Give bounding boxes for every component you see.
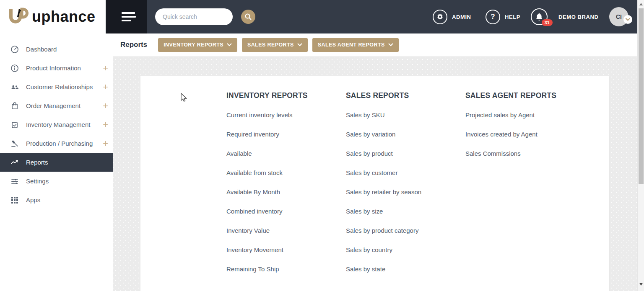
people-icon (10, 83, 19, 91)
report-link[interactable]: Available (226, 150, 340, 157)
report-link[interactable]: Combined inventory (226, 208, 340, 215)
admin-label: ADMIN (452, 14, 471, 20)
brand-switcher[interactable]: DEMO BRAND (558, 0, 599, 33)
help-menu[interactable]: ? HELP (486, 0, 520, 33)
report-link[interactable]: Sales by retailer by season (346, 188, 459, 196)
report-link[interactable]: Sales by state (346, 265, 459, 273)
inventory-reports-dropdown-button[interactable]: INVENTORY REPORTS (158, 38, 237, 52)
clipboard-check-icon (10, 121, 19, 129)
report-link[interactable]: Projected sales by Agent (465, 111, 579, 118)
sidebar-item-customer-relationships[interactable]: Customer Relationships + (0, 77, 113, 96)
top-navbar: uphance ADMIN ? (0, 0, 637, 33)
expand-plus-icon[interactable]: + (103, 120, 108, 129)
column-heading: SALES REPORTS (346, 91, 459, 100)
chevron-down-icon (227, 43, 232, 46)
report-link[interactable]: Inventory Value (226, 227, 340, 234)
grid-icon (10, 196, 19, 204)
dashboard-icon (10, 45, 19, 54)
sliders-icon (10, 177, 19, 185)
sidebar-item-apps[interactable]: Apps (0, 191, 113, 209)
report-link[interactable]: Sales by product category (346, 227, 459, 234)
scroll-down-arrow[interactable] (638, 281, 644, 288)
report-link[interactable]: Required inventory (226, 131, 340, 138)
inventory-reports-column: INVENTORY REPORTS Current inventory leve… (226, 91, 340, 285)
sidebar-item-reports[interactable]: Reports (0, 153, 113, 172)
report-link[interactable]: Sales by variation (346, 131, 459, 138)
chevron-down-icon (297, 43, 302, 46)
account-dropdown-button[interactable] (623, 15, 632, 24)
report-link[interactable]: Sales by size (346, 208, 459, 215)
expand-plus-icon[interactable]: + (103, 64, 108, 73)
report-link[interactable]: Sales by customer (346, 169, 459, 176)
help-label: HELP (505, 14, 520, 20)
question-icon: ? (486, 10, 500, 24)
report-link[interactable]: Sales by SKU (346, 111, 459, 118)
chevron-down-icon (626, 18, 630, 21)
report-link[interactable]: Remaining To Ship (226, 265, 340, 273)
chevron-down-icon (388, 43, 393, 46)
report-link[interactable]: Current inventory levels (226, 111, 340, 118)
uphance-logo[interactable]: uphance (0, 0, 106, 33)
expand-plus-icon[interactable]: + (103, 139, 108, 148)
report-link[interactable]: Inventory Movement (226, 246, 340, 253)
sales-reports-column: SALES REPORTS Sales by SKU Sales by vari… (346, 91, 459, 285)
gear-icon (433, 10, 447, 24)
search-button[interactable] (241, 10, 255, 24)
brand-name-label: DEMO BRAND (558, 14, 599, 20)
notifications-button[interactable]: 31 (531, 0, 548, 33)
expand-plus-icon[interactable]: + (103, 101, 108, 111)
scroll-up-arrow[interactable] (638, 1, 644, 8)
menu-hamburger-button[interactable] (106, 0, 147, 33)
bell-icon: 31 (531, 8, 548, 25)
report-link[interactable]: Invoices created by Agent (465, 131, 579, 138)
quick-search (155, 8, 233, 25)
gavel-icon (10, 139, 19, 148)
shopping-bag-icon (10, 102, 19, 110)
info-icon (10, 64, 19, 72)
page-title: Reports (120, 41, 147, 49)
report-link[interactable]: Sales Commissions (465, 150, 579, 157)
report-link[interactable]: Sales by country (346, 246, 459, 253)
content-area: INVENTORY REPORTS Current inventory leve… (113, 57, 637, 291)
search-icon (244, 13, 252, 21)
sidebar-item-dashboard[interactable]: Dashboard (0, 40, 113, 59)
scrollbar-thumb[interactable] (639, 8, 644, 184)
sidebar-item-settings[interactable]: Settings (0, 172, 113, 191)
sidebar-item-order-management[interactable]: Order Management + (0, 96, 113, 115)
sales-agent-reports-column: SALES AGENT REPORTS Projected sales by A… (465, 91, 579, 169)
reports-card: INVENTORY REPORTS Current inventory leve… (140, 76, 609, 291)
report-link[interactable]: Sales by product (346, 150, 459, 157)
sales-reports-dropdown-button[interactable]: SALES REPORTS (242, 38, 308, 52)
page-header: Reports INVENTORY REPORTS SALES REPORTS … (113, 33, 637, 57)
report-link[interactable]: Available from stock (226, 169, 340, 176)
trend-chart-icon (10, 158, 19, 167)
admin-menu[interactable]: ADMIN (433, 0, 471, 33)
column-heading: SALES AGENT REPORTS (465, 91, 579, 100)
uphance-monogram-icon (7, 6, 29, 28)
sidebar-item-product-information[interactable]: Product Information + (0, 59, 113, 77)
avatar-initials: CI (616, 13, 622, 20)
notification-count-badge: 31 (542, 19, 553, 26)
sales-agent-reports-dropdown-button[interactable]: SALES AGENT REPORTS (312, 38, 399, 52)
vertical-scrollbar[interactable] (637, 0, 644, 291)
sidebar-item-production-purchasing[interactable]: Production / Purchasing + (0, 134, 113, 153)
logo-wordmark: uphance (32, 8, 96, 26)
expand-plus-icon[interactable]: + (103, 82, 108, 92)
sidebar-nav: Dashboard Product Information + Customer… (0, 33, 113, 291)
search-input[interactable] (155, 13, 241, 20)
report-link[interactable]: Available By Month (226, 188, 340, 196)
sidebar-item-inventory-management[interactable]: Inventory Management + (0, 115, 113, 134)
column-heading: INVENTORY REPORTS (226, 91, 340, 100)
app-window: uphance ADMIN ? (0, 0, 644, 291)
